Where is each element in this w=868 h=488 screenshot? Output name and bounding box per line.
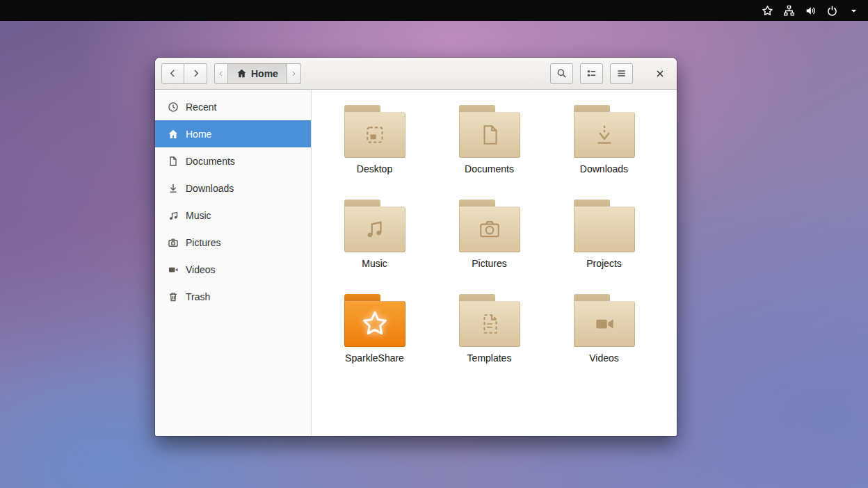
video-emblem-icon [593,312,616,336]
folder-icon [344,294,405,347]
pictures-icon [168,237,179,248]
chevron-right-icon [191,68,201,79]
folder-body [459,112,520,158]
file-item-projects[interactable]: Projects [559,200,650,269]
sidebar-item-label: Home [186,129,211,140]
power-icon[interactable] [826,5,838,17]
file-item-documents[interactable]: Documents [444,105,535,174]
desktop: { "topbar": { "tray_icons": ["favorites"… [0,0,868,488]
file-item-videos[interactable]: Videos [559,294,650,364]
chevron-left-icon [168,68,178,79]
download-emblem-icon [593,123,616,147]
sidebar-item-trash[interactable]: Trash [155,283,311,310]
folder-icon [459,105,520,158]
path-button-home[interactable]: Home [228,63,287,84]
path-previous-button[interactable] [214,63,228,84]
search-button[interactable] [550,63,573,84]
file-name-label: Pictures [472,258,507,269]
folder-icon [459,294,520,347]
forward-button[interactable] [184,63,207,84]
folder-body [344,112,405,158]
network-icon[interactable] [783,5,795,17]
sidebar-item-label: Documents [186,156,235,167]
sidebar-item-label: Recent [186,101,216,113]
home-icon [236,68,247,79]
file-name-label: Downloads [580,163,628,174]
file-name-label: Templates [467,352,512,364]
volume-icon[interactable] [805,5,817,17]
file-item-desktop[interactable]: Desktop [330,105,420,174]
downloads-icon [168,183,179,194]
file-name-label: Music [362,258,387,269]
sidebar-item-label: Pictures [186,237,221,248]
music-icon [168,210,179,221]
sidebar-item-label: Music [186,210,211,221]
sidebar-item-documents[interactable]: Documents [155,147,311,174]
window-body: RecentHomeDocumentsDownloadsMusicPicture… [155,90,677,436]
desktop-emblem-icon [363,123,387,147]
menu-button[interactable] [610,63,633,84]
folder-icon [574,294,635,347]
gnome-top-bar [0,0,868,21]
hamburger-menu-icon [616,68,627,79]
folder-body [459,206,520,252]
folder-icon [574,105,635,158]
file-item-music[interactable]: Music [330,200,420,269]
folder-icon [459,200,520,252]
close-icon [655,69,665,79]
folder-body [574,112,635,158]
sidebar-item-label: Downloads [186,183,234,194]
chevron-right-small-icon [290,70,297,77]
folder-icon [344,105,405,158]
close-window-button[interactable] [650,63,670,84]
folder-icon [344,200,405,252]
search-icon [556,68,567,79]
path-bar: Home [214,63,301,84]
camera-emblem-icon [478,218,501,241]
file-item-sparkleshare[interactable]: SparkleShare [330,294,420,364]
file-name-label: SparkleShare [345,352,404,364]
folder-body [459,301,520,347]
headerbar: Home [155,58,677,90]
videos-icon [168,264,179,275]
nav-buttons [161,63,207,84]
folder-body [574,206,635,252]
sidebar-item-videos[interactable]: Videos [155,256,311,283]
back-button[interactable] [161,63,184,84]
file-item-pictures[interactable]: Pictures [444,200,535,269]
music-emblem-icon [363,218,387,241]
view-toggle-button[interactable] [580,63,603,84]
favorites-icon[interactable] [762,5,773,17]
headerbar-actions [550,63,670,84]
documents-icon [168,156,179,167]
path-next-button[interactable] [287,63,301,84]
sidebar-item-downloads[interactable]: Downloads [155,174,311,202]
file-grid: DesktopDocumentsDownloadsMusicPicturesPr… [312,90,677,364]
recent-icon [168,101,179,113]
system-tray [762,5,860,17]
file-name-label: Desktop [357,163,392,174]
sidebar-item-music[interactable]: Music [155,202,311,229]
file-item-downloads[interactable]: Downloads [559,105,650,174]
sidebar-item-pictures[interactable]: Pictures [155,229,311,256]
trash-icon [168,291,179,302]
folder-icon [574,200,635,252]
sidebar-item-label: Trash [186,291,210,302]
path-label: Home [251,68,278,79]
file-name-label: Documents [465,163,514,174]
document-emblem-icon [478,123,501,147]
folder-body [344,301,405,347]
folder-body [574,301,635,347]
menu-chevron-icon[interactable] [848,5,860,17]
file-name-label: Projects [586,258,622,269]
star-emblem-icon [360,309,389,339]
sidebar-item-label: Videos [186,264,216,275]
content-area: DesktopDocumentsDownloadsMusicPicturesPr… [312,90,677,436]
sidebar-item-recent[interactable]: Recent [155,93,311,120]
chevron-left-small-icon [218,70,225,77]
view-list-icon [586,68,597,79]
folder-body [344,206,405,252]
template-emblem-icon [478,312,501,336]
sidebar-item-home[interactable]: Home [155,120,311,147]
file-item-templates[interactable]: Templates [444,294,535,364]
